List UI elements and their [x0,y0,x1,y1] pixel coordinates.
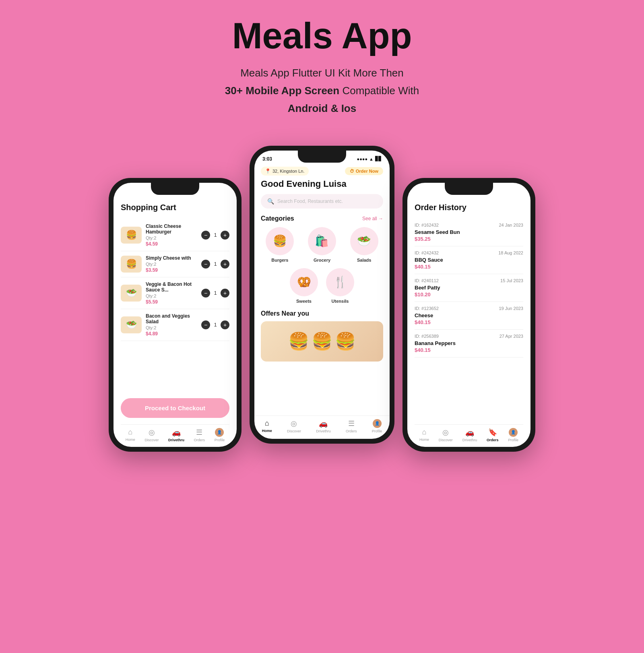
qty-minus[interactable]: − [201,289,210,298]
order-entry: ID: #242432 18 Aug 2022 BBQ Sauce $40.15 [415,246,523,274]
qty-minus[interactable]: − [201,260,210,269]
notch-right [445,183,493,195]
order-entry: ID: #123652 19 Jun 2023 Cheese $40.15 [415,302,523,330]
item-price: $3.59 [146,267,197,273]
search-bar[interactable]: 🔍 Search Food, Restaurants etc. [261,194,383,209]
nav-label: Orders [346,429,357,433]
location-bar: 📍 32, Kingston Ln. ⏱ Order Now [254,165,390,179]
cart-body: Shopping Cart 🍔 Classic Cheese Hamburger… [114,183,237,447]
nav-label: Orders [487,438,499,442]
nav-orders[interactable]: ☰ Orders [194,428,205,442]
nav-orders[interactable]: 🔖 Orders [487,428,499,442]
see-all-button[interactable]: See all → [362,216,383,221]
item-image: 🥗 [121,285,142,302]
offer-burgers: 🍔 🍔 🍔 [288,331,356,351]
qty-minus[interactable]: − [201,231,210,240]
item-info: Veggie & Bacon Hot Sauce S... Qty:2 $5.5… [146,281,197,305]
cart-screen: Shopping Cart 🍔 Classic Cheese Hamburger… [114,183,237,447]
categories-grid: 🍔 Burgers 🛍️ Grocery 🥗 Salads [261,227,383,262]
item-name: Simply Cheese with [146,255,197,261]
bottom-nav: ⌂ Home ◎ Discover 🚗 Drivethru ☰ Orders [121,424,229,447]
order-price: $10.20 [415,291,523,298]
nav-label: Home [262,429,272,433]
category-label: Grocery [314,258,330,262]
order-now-text: Order Now [356,169,378,174]
notch-left [151,183,199,195]
item-info: Bacon and Veggies Salad Qty:2 $4.89 [146,313,197,337]
category-label: Utensils [332,299,349,304]
discover-icon: ◎ [149,428,155,437]
category-icon: 🍴 [326,268,354,296]
nav-label: Profile [372,429,382,433]
item-name: Veggie & Bacon Hot Sauce S... [146,281,197,293]
category-grocery[interactable]: 🛍️ Grocery [303,227,341,262]
nav-home[interactable]: ⌂ Home [126,428,135,442]
nav-discover[interactable]: ◎ Discover [287,419,301,433]
phone-center: 3:03 ●●●● ▲ ▊▊ 📍 32, Kingston Ln. ⏱ Orde… [250,146,394,444]
qty-plus[interactable]: + [221,320,229,329]
order-price: $40.15 [415,319,523,325]
drivethru-icon: 🚗 [172,428,181,437]
avatar: 👤 [215,428,224,437]
nav-home[interactable]: ⌂ Home [262,419,272,433]
category-salads[interactable]: 🥗 Salads [345,227,383,262]
nav-profile[interactable]: 👤 Profile [215,428,225,442]
category-utensils[interactable]: 🍴 Utensils [326,268,354,304]
notch-center [298,151,346,163]
nav-profile[interactable]: 👤 Profile [372,419,382,433]
nav-label: Drivethru [462,438,477,442]
item-image: 🍔 [121,256,142,273]
phone-right: Order History ID: #162432 24 Jan 2023 Se… [402,178,535,452]
nav-label: Discover [287,429,301,433]
bottom-nav: ⌂ Home ◎ Discover 🚗 Drivethru ☰ Orders 👤 [254,415,390,439]
order-date: 24 Jan 2023 [499,223,523,227]
order-meta: ID: #123652 19 Jun 2023 [415,306,523,311]
order-entry: ID: #256389 27 Apr 2023 Banana Peppers $… [415,330,523,357]
checkout-button[interactable]: Proceed to Checkout [121,398,229,418]
category-label: Salads [357,258,371,262]
item-price: $5.59 [146,299,197,305]
location-pill[interactable]: 📍 32, Kingston Ln. [261,167,309,176]
item-name: Bacon and Veggies Salad [146,313,197,324]
item-image: 🍔 [121,227,142,244]
drivethru-icon: 🚗 [465,428,474,437]
order-name: Sesame Seed Bun [415,229,523,235]
nav-drivethru[interactable]: 🚗 Drivethru [462,428,477,442]
qty-plus[interactable]: + [221,231,229,240]
history-body: Order History ID: #162432 24 Jan 2023 Se… [407,183,530,447]
subtitle-bold: 30+ Mobile App Screen [225,85,339,97]
categories-title: Categories [261,215,294,222]
qty-minus[interactable]: − [201,320,210,329]
avatar: 👤 [373,419,382,428]
category-icon: 🥨 [290,268,318,296]
nav-drivethru[interactable]: 🚗 Drivethru [316,419,331,433]
item-qty: Qty:2 [146,325,197,330]
order-meta: ID: #240112 15 Jul 2023 [415,278,523,283]
nav-discover[interactable]: ◎ Discover [144,428,159,442]
qty-plus[interactable]: + [221,260,229,269]
order-date: 18 Aug 2022 [498,250,523,255]
category-sweets[interactable]: 🥨 Sweets [290,268,318,304]
nav-orders[interactable]: ☰ Orders [346,419,357,433]
nav-profile[interactable]: 👤 Profile [508,428,519,442]
subtitle-platform: Android & Ios [288,102,356,114]
nav-discover[interactable]: ◎ Discover [439,428,453,442]
item-name: Classic Cheese Hamburger [146,223,197,235]
order-entry: ID: #162432 24 Jan 2023 Sesame Seed Bun … [415,219,523,246]
categories-header: Categories See all → [261,215,383,222]
history-title: Order History [415,203,523,212]
category-icon: 🍔 [266,227,294,255]
nav-label: Discover [144,438,159,442]
clock-icon: ⏱ [350,169,354,174]
nav-label: Home [126,438,135,442]
nav-drivethru[interactable]: 🚗 Drivethru [168,428,184,442]
order-now-pill[interactable]: ⏱ Order Now [345,167,383,175]
nav-home[interactable]: ⌂ Home [419,428,429,442]
search-icon: 🔍 [267,198,274,205]
qty-plus[interactable]: + [221,289,229,298]
status-time: 3:03 [262,156,272,162]
category-burgers[interactable]: 🍔 Burgers [261,227,299,262]
burger-3: 🍔 [335,331,356,351]
item-price: $4.89 [146,331,197,337]
burger-2: 🍔 [312,331,332,351]
